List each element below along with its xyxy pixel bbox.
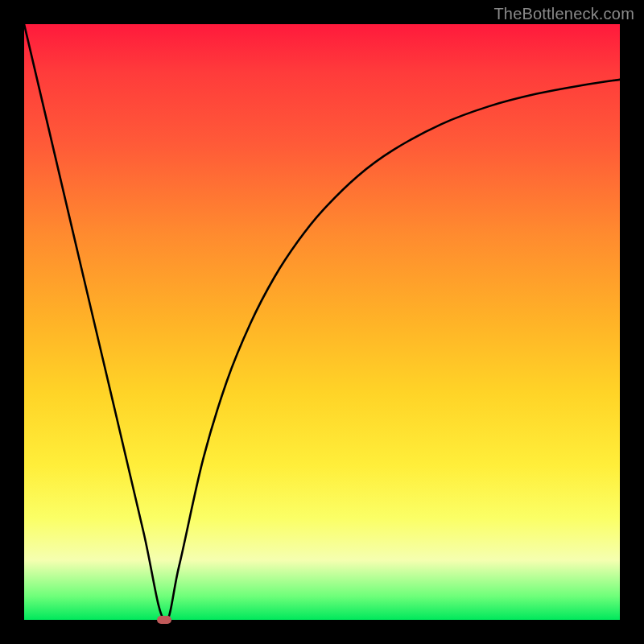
chart-frame: TheBottleneck.com	[0, 0, 644, 644]
bottleneck-curve	[24, 24, 620, 620]
optimum-marker	[157, 616, 171, 624]
curve-svg	[24, 24, 620, 620]
plot-area	[24, 24, 620, 620]
watermark-text: TheBottleneck.com	[493, 5, 634, 23]
